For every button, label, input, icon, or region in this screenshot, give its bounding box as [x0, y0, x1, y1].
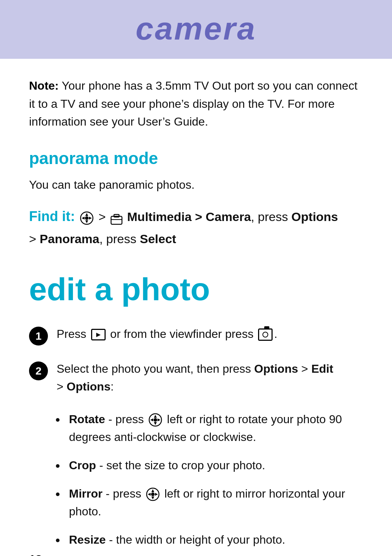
- svg-marker-10: [154, 415, 157, 418]
- find-it-label: Find it:: [29, 209, 75, 224]
- svg-marker-13: [158, 418, 160, 421]
- panorama-body: You can take panoramic photos.: [29, 176, 363, 194]
- svg-rect-7: [114, 214, 119, 217]
- step2-options2: Options: [67, 380, 111, 393]
- svg-marker-1: [85, 213, 88, 216]
- content-area: Note: Your phone has a 3.5mm TV Out port…: [0, 59, 392, 556]
- step-1-block: 1 Press ▶ or from the viewfinder press .: [29, 325, 363, 346]
- svg-marker-2: [85, 220, 88, 223]
- bullet-mirror-label: Mirror: [69, 487, 102, 500]
- bullet-crop: Crop - set the size to crop your photo.: [65, 457, 363, 475]
- find-it-gt2: >: [29, 232, 40, 246]
- svg-marker-12: [150, 418, 153, 421]
- find-it-multimedia: Multimedia > Camera: [127, 210, 251, 224]
- step-2-text: Select the photo you want, then press Op…: [57, 360, 363, 396]
- svg-marker-4: [89, 217, 92, 220]
- play-icon: ▶: [91, 329, 106, 340]
- step2-edit: Edit: [311, 362, 333, 375]
- step-1-number: 1: [29, 327, 48, 346]
- bullet-rotate: Rotate - press left or right to rotate y…: [65, 410, 363, 446]
- find-it-options: Options: [291, 210, 338, 224]
- step-2-block: 2 Select the photo you want, then press …: [29, 360, 363, 396]
- edit-photo-title: edit a photo: [29, 271, 363, 308]
- svg-point-14: [154, 418, 157, 422]
- bullet-mirror: Mirror - press left or right to mirror h…: [65, 485, 363, 521]
- svg-marker-3: [82, 217, 85, 220]
- panorama-heading: panorama mode: [29, 148, 363, 168]
- page-title: camera: [136, 11, 256, 46]
- step-2-number: 2: [29, 361, 48, 380]
- panorama-section: panorama mode You can take panoramic pho…: [29, 148, 363, 249]
- note-text: Your phone has a 3.5mm TV Out port so yo…: [29, 79, 358, 128]
- edit-photo-section: edit a photo 1 Press ▶ or from the viewf…: [29, 271, 363, 549]
- svg-marker-11: [154, 422, 157, 425]
- svg-point-20: [151, 492, 155, 496]
- bullet-list: Rotate - press left or right to rotate y…: [65, 410, 363, 549]
- note-label: Note:: [29, 79, 59, 92]
- bullet-rotate-label: Rotate: [69, 413, 105, 426]
- viewfinder-icon: [258, 328, 273, 341]
- find-it-gt1: >: [99, 210, 109, 224]
- bullet-resize: Resize - the width or height of your pho…: [65, 531, 363, 549]
- find-it-select: Select: [140, 232, 176, 246]
- header-banner: camera: [0, 0, 392, 59]
- bullet-crop-label: Crop: [69, 459, 96, 472]
- step-1-text: Press ▶ or from the viewfinder press .: [57, 325, 363, 343]
- nav-icon: [80, 211, 94, 225]
- svg-marker-18: [148, 493, 151, 496]
- find-it-comma: , press: [251, 210, 291, 224]
- svg-rect-6: [111, 216, 122, 224]
- step2-options: Options: [254, 362, 298, 375]
- dpad-rotate-icon: [148, 413, 162, 427]
- find-it-panorama: Panorama: [40, 232, 99, 246]
- note-block: Note: Your phone has a 3.5mm TV Out port…: [29, 77, 363, 131]
- find-it-press2: , press: [99, 232, 140, 246]
- page-number: 18: [29, 553, 42, 556]
- svg-point-5: [85, 216, 89, 220]
- svg-marker-16: [151, 489, 154, 492]
- svg-marker-19: [155, 493, 158, 496]
- multimedia-icon: [110, 212, 123, 224]
- bullet-resize-label: Resize: [69, 533, 106, 546]
- find-it-line1: Find it: >: [29, 205, 363, 228]
- dpad-mirror-icon: [146, 487, 160, 501]
- find-it-line2: > Panorama, press Select: [29, 229, 363, 249]
- svg-marker-17: [151, 496, 154, 499]
